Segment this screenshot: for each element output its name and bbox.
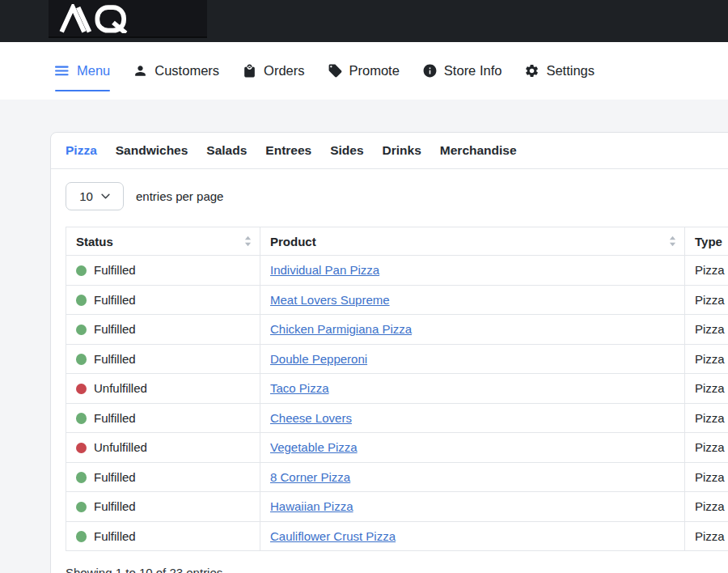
status-label: Unfulfilled	[94, 440, 147, 454]
product-link[interactable]: Individual Pan Pizza	[270, 263, 379, 277]
status-cell: Fulfilled	[66, 315, 260, 345]
tab-pizza[interactable]: Pizza	[66, 143, 97, 158]
table-row: FulfilledHawaiian PizzaPizza	[66, 492, 728, 522]
nav-item-label: Menu	[77, 63, 110, 79]
product-cell: Taco Pizza	[260, 374, 685, 404]
product-cell: Meat Lovers Supreme	[260, 285, 685, 315]
product-link[interactable]: Double Pepperoni	[270, 352, 367, 366]
status-label: Fulfilled	[94, 529, 136, 543]
status-cell: Unfulfilled	[66, 433, 260, 463]
product-link[interactable]: Meat Lovers Supreme	[270, 293, 390, 307]
nav-item-orders[interactable]: Orders	[242, 42, 304, 100]
status-cell: Unfulfilled	[66, 374, 260, 404]
type-cell: Pizza	[685, 521, 728, 551]
product-cell: Cauliflower Crust Pizza	[260, 521, 685, 551]
sort-icon	[244, 236, 252, 247]
status-dot	[76, 531, 87, 542]
status-cell: Fulfilled	[66, 344, 260, 374]
tab-entrees[interactable]: Entrees	[265, 143, 311, 158]
status-label: Fulfilled	[94, 352, 136, 366]
table-row: FulfilledMeat Lovers SupremePizza	[66, 285, 728, 315]
aq-brand-logo-icon[interactable]	[49, 0, 207, 38]
info-icon	[422, 63, 438, 79]
card-body: 10 entries per page StatusProductType Fu…	[51, 169, 728, 573]
column-header-product[interactable]: Product	[260, 227, 685, 256]
product-link[interactable]: 8 Corner Pizza	[270, 470, 350, 484]
nav-item-label: Customers	[154, 63, 219, 79]
status-cell: Fulfilled	[66, 462, 260, 492]
product-link[interactable]: Chicken Parmigiana Pizza	[270, 322, 412, 336]
product-link[interactable]: Taco Pizza	[270, 381, 329, 395]
content-area: PizzaSandwichesSaladsEntreesSidesDrinksM…	[0, 100, 728, 573]
table-row: FulfilledCheese LoversPizza	[66, 403, 728, 433]
shopping-bag-icon	[242, 63, 257, 79]
nav-item-promote[interactable]: Promote	[328, 42, 400, 100]
product-link[interactable]: Hawaiian Pizza	[270, 499, 353, 513]
nav-item-label: Promote	[349, 63, 400, 79]
main-nav: MenuCustomersOrdersPromoteStore InfoSett…	[0, 42, 728, 100]
tab-sandwiches[interactable]: Sandwiches	[116, 143, 188, 158]
status-label: Fulfilled	[94, 263, 136, 277]
nav-item-label: Orders	[264, 63, 304, 79]
status-dot	[76, 502, 87, 513]
nav-item-store-info[interactable]: Store Info	[422, 42, 502, 100]
entries-control: 10 entries per page	[66, 182, 728, 210]
status-label: Fulfilled	[94, 470, 136, 484]
app-root: MenuCustomersOrdersPromoteStore InfoSett…	[0, 0, 728, 573]
type-cell: Pizza	[685, 285, 728, 315]
app-header	[0, 0, 728, 42]
category-tabs: PizzaSandwichesSaladsEntreesSidesDrinksM…	[51, 133, 728, 169]
status-cell: Fulfilled	[66, 256, 260, 286]
tab-merchandise[interactable]: Merchandise	[440, 143, 517, 158]
status-label: Fulfilled	[94, 411, 136, 425]
table-row: FulfilledIndividual Pan PizzaPizza	[66, 256, 728, 286]
product-cell: Double Pepperoni	[260, 344, 685, 374]
status-dot	[76, 413, 87, 424]
tag-icon	[328, 63, 343, 79]
status-cell: Fulfilled	[66, 492, 260, 522]
chevron-down-icon	[101, 193, 110, 199]
nav-item-settings[interactable]: Settings	[524, 42, 595, 100]
product-link[interactable]: Vegetable Pizza	[270, 440, 358, 454]
product-link[interactable]: Cheese Lovers	[270, 411, 352, 425]
entries-per-page-select[interactable]: 10	[66, 182, 124, 210]
table-row: Fulfilled8 Corner PizzaPizza	[66, 462, 728, 492]
type-cell: Pizza	[685, 403, 728, 433]
status-label: Fulfilled	[94, 322, 136, 336]
status-dot	[76, 265, 87, 277]
sort-icon	[669, 236, 676, 247]
status-dot	[76, 384, 87, 395]
person-icon	[133, 63, 148, 79]
status-label: Fulfilled	[94, 293, 136, 307]
menu-card: PizzaSandwichesSaladsEntreesSidesDrinksM…	[50, 132, 728, 573]
column-header-status[interactable]: Status	[66, 227, 260, 256]
type-cell: Pizza	[685, 433, 728, 463]
nav-item-menu[interactable]: Menu	[55, 42, 110, 100]
tab-sides[interactable]: Sides	[330, 143, 363, 158]
status-cell: Fulfilled	[66, 521, 260, 551]
status-dot	[76, 354, 87, 365]
product-cell: Cheese Lovers	[260, 403, 685, 433]
status-label: Fulfilled	[94, 499, 136, 513]
tab-salads[interactable]: Salads	[206, 143, 247, 158]
table-row: FulfilledChicken Parmigiana PizzaPizza	[66, 315, 728, 345]
pagination-summary: Showing 1 to 10 of 23 entries	[66, 566, 728, 573]
type-cell: Pizza	[685, 492, 728, 522]
table-header-row: StatusProductType	[66, 227, 728, 256]
table-body: FulfilledIndividual Pan PizzaPizzaFulfil…	[66, 256, 728, 551]
type-cell: Pizza	[685, 344, 728, 374]
tab-drinks[interactable]: Drinks	[383, 143, 421, 158]
table-row: UnfulfilledVegetable PizzaPizza	[66, 433, 728, 463]
nav-item-label: Settings	[546, 63, 595, 79]
type-cell: Pizza	[685, 374, 728, 404]
status-dot	[76, 443, 87, 454]
hamburger-icon	[55, 63, 70, 79]
type-cell: Pizza	[685, 256, 728, 286]
product-cell: 8 Corner Pizza	[260, 462, 685, 492]
nav-item-customers[interactable]: Customers	[133, 42, 219, 100]
type-cell: Pizza	[685, 462, 728, 492]
product-cell: Chicken Parmigiana Pizza	[260, 315, 685, 345]
table-row: UnfulfilledTaco PizzaPizza	[66, 374, 728, 404]
status-dot	[76, 472, 87, 483]
product-link[interactable]: Cauliflower Crust Pizza	[270, 529, 396, 543]
